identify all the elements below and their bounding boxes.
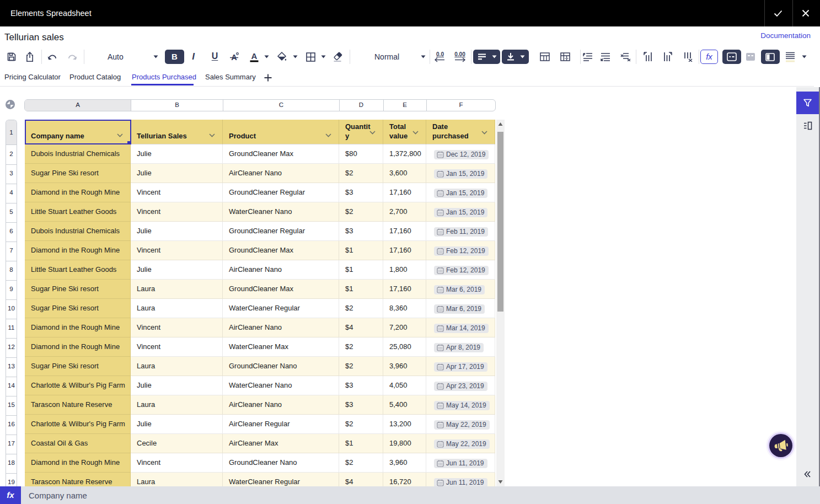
svg-text:A: A <box>251 52 258 61</box>
svg-text:0.0: 0.0 <box>436 51 444 57</box>
svg-text:0.00: 0.00 <box>454 51 465 57</box>
